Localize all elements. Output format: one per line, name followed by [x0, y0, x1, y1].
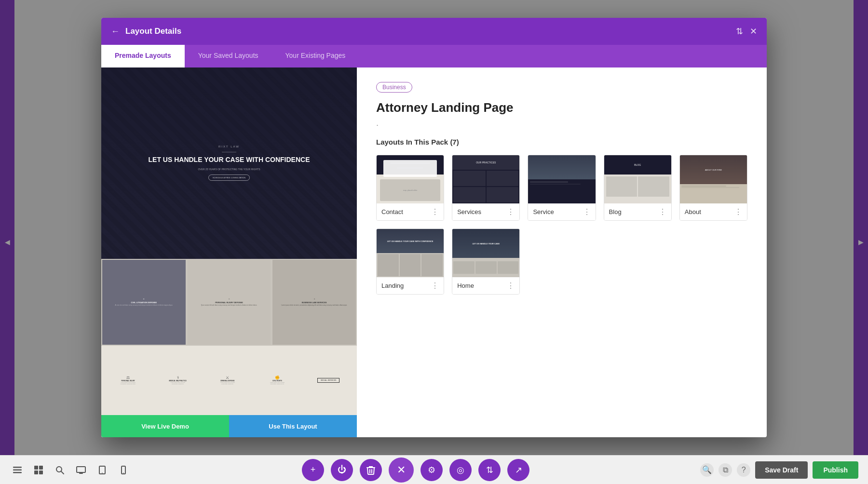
layout-card-footer-service: Service ⋮ — [528, 203, 595, 220]
modal-tabs: Premade Layouts Your Saved Layouts Your … — [101, 45, 767, 67]
preview-hero-cta: SCHEDULE A FREE CONSULTATION — [208, 175, 250, 181]
layout-card-service[interactable]: Service ⋮ — [528, 155, 596, 221]
layout-card-menu-service[interactable]: ⋮ — [583, 207, 591, 216]
modal-header-right: ⇅ ✕ — [736, 26, 757, 37]
save-draft-button[interactable]: Save Draft — [755, 461, 808, 479]
view-live-demo-button[interactable]: View Live Demo — [101, 415, 229, 437]
preview-actions: View Live Demo Use This Layout — [101, 415, 357, 437]
preview-image: RIXT LAW LET US HANDLE YOUR CASE WITH CO… — [101, 67, 357, 415]
layout-card-menu-landing[interactable]: ⋮ — [431, 281, 439, 290]
pack-title: Layouts In This Pack (7) — [376, 138, 747, 146]
sort-icon[interactable]: ⇅ — [736, 26, 743, 37]
tab-premade-layouts[interactable]: Premade Layouts — [101, 45, 185, 67]
toolbar-center: + ⏻ ✕ ⚙ ◎ ⇅ ↗ — [302, 457, 529, 483]
layout-card-menu-blog[interactable]: ⋮ — [659, 207, 666, 216]
modal-body: RIXT LAW LET US HANDLE YOUR CASE WITH CO… — [101, 67, 767, 437]
preview-page: RIXT LAW LET US HANDLE YOUR CASE WITH CO… — [101, 67, 357, 415]
layout-card-thumb-service — [528, 155, 595, 203]
preview-card-1: ✦ CIVIL LITIGATION DEFENSE At vero ets s… — [102, 260, 186, 345]
search-icon[interactable] — [52, 462, 68, 478]
modal-header: ← Layout Details ⇅ ✕ — [101, 18, 767, 45]
svg-rect-5 — [34, 471, 38, 474]
tab-existing-pages[interactable]: Your Existing Pages — [272, 45, 359, 67]
toolbar-left — [10, 462, 131, 478]
svg-rect-3 — [34, 466, 38, 470]
icon-criminal: ⚔ CRIMINAL DEFENSE Lorem ipsum dolor sit… — [218, 376, 237, 385]
tablet-icon[interactable] — [95, 462, 110, 478]
layout-details-modal: ← Layout Details ⇅ ✕ Premade Layouts You… — [101, 18, 767, 437]
preview-icons-row: ⚖ PERSONAL INJURY Lorem ipsum dolor sit … — [101, 346, 357, 415]
trash-button[interactable] — [360, 459, 382, 481]
desktop-icon[interactable] — [73, 462, 89, 478]
modal-title: Layout Details — [125, 27, 181, 36]
svg-point-15 — [123, 472, 123, 473]
preview-cards: ✦ CIVIL LITIGATION DEFENSE At vero ets s… — [101, 259, 357, 346]
card3-title: BUSINESS LAW SERVICES — [302, 301, 327, 304]
layout-card-thumb-blog: BLOG — [604, 155, 671, 203]
layout-card-menu-services[interactable]: ⋮ — [507, 207, 515, 216]
grid-view-icon[interactable] — [31, 462, 46, 478]
svg-rect-6 — [39, 471, 43, 474]
layout-card-footer-home: Home ⋮ — [452, 277, 519, 294]
preview-firm-name: RIXT LAW — [218, 145, 240, 148]
mobile-icon[interactable] — [116, 462, 131, 478]
layout-card-home[interactable]: LET US HANDLE YOUR CASE Home — [452, 229, 520, 295]
hamburger-menu-icon[interactable] — [10, 462, 25, 478]
layout-card-menu-contact[interactable]: ⋮ — [431, 207, 439, 216]
card2-title: PERSONAL INJURY DEFENSE — [215, 301, 243, 304]
see-all-services: SEE ALL SERVICES — [317, 378, 340, 383]
layout-card-landing[interactable]: LET US HANDLE YOUR CASE WITH CONFIDENCE — [376, 229, 444, 295]
target-button[interactable]: ◎ — [449, 459, 472, 481]
svg-rect-4 — [39, 466, 43, 470]
share-button[interactable]: ↗ — [507, 459, 529, 481]
modal-overlay: ← Layout Details ⇅ ✕ Premade Layouts You… — [0, 0, 868, 455]
layout-card-name-about: About — [685, 208, 701, 215]
preview-hero-title: LET US HANDLE YOUR CASE WITH CONFIDENCE — [149, 155, 310, 164]
search-small-icon[interactable]: 🔍 — [700, 463, 714, 477]
add-button[interactable]: + — [302, 459, 324, 481]
layout-card-menu-home[interactable]: ⋮ — [507, 281, 515, 290]
layout-card-footer-landing: Landing ⋮ — [377, 277, 444, 294]
layout-card-footer-services: Services ⋮ — [452, 203, 519, 220]
layout-card-thumb-about: ABOUT OUR FIRM — [680, 155, 747, 203]
icon-medical: ⚕ MEDICAL MALPRACTICE Lorem ipsum dolor … — [168, 376, 188, 385]
svg-line-8 — [61, 471, 64, 474]
layout-card-name-services: Services — [457, 208, 481, 215]
layout-card-footer-contact: Contact ⋮ — [377, 203, 444, 220]
layout-dot: . — [376, 118, 747, 128]
layout-card-services[interactable]: OUR PRACTICES Serv — [452, 155, 520, 221]
close-x-button[interactable]: ✕ — [389, 457, 414, 483]
card1-text: At vero ets sed diam nomy nonumy mod tem… — [115, 305, 173, 307]
svg-rect-9 — [77, 467, 85, 472]
layouts-grid-row2: LET US HANDLE YOUR CASE WITH CONFIDENCE — [376, 229, 747, 295]
preview-card-2: ✦ PERSONAL INJURY DEFENSE Quis nostrud e… — [188, 260, 271, 345]
layout-card-blog[interactable]: BLOG Blog ⋮ — [604, 155, 672, 221]
tab-saved-layouts[interactable]: Your Saved Layouts — [185, 45, 272, 67]
layout-title: Attorney Landing Page — [376, 100, 747, 115]
right-panel: Business Attorney Landing Page . Layouts… — [357, 67, 767, 437]
preview-hero: RIXT LAW LET US HANDLE YOUR CASE WITH CO… — [101, 67, 357, 259]
layout-card-thumb-home: LET US HANDLE YOUR CASE — [452, 229, 519, 277]
layout-card-name-home: Home — [457, 282, 474, 289]
layout-card-footer-blog: Blog ⋮ — [604, 203, 671, 220]
layout-card-menu-about[interactable]: ⋮ — [734, 207, 742, 216]
publish-button[interactable]: Publish — [813, 461, 858, 479]
layout-card-about[interactable]: ABOUT OUR FIRM About ⋮ — [679, 155, 747, 221]
icon-personal-injury: ⚖ PERSONAL INJURY Lorem ipsum dolor sit … — [119, 376, 138, 385]
sliders-button[interactable]: ⇅ — [478, 459, 501, 481]
layout-card-contact[interactable]: map placeholder Contact ⋮ — [376, 155, 444, 221]
use-this-layout-button[interactable]: Use This Layout — [229, 415, 357, 437]
layouts-grid-row1: map placeholder Contact ⋮ — [376, 155, 747, 221]
back-icon[interactable]: ← — [111, 27, 120, 37]
layout-card-name-service: Service — [533, 208, 554, 215]
layout-card-name-contact: Contact — [381, 208, 403, 215]
help-icon[interactable]: ? — [737, 463, 750, 477]
power-button[interactable]: ⏻ — [331, 459, 353, 481]
settings-button[interactable]: ⚙ — [420, 459, 443, 481]
preview-card-3: ✦ BUSINESS LAW SERVICES Lorem ipsum dolo… — [272, 260, 356, 345]
layout-card-thumb-contact: map placeholder — [377, 155, 444, 203]
close-icon[interactable]: ✕ — [750, 26, 757, 37]
toolbar-right: 🔍 ⧉ ? Save Draft Publish — [700, 461, 858, 479]
layers-icon[interactable]: ⧉ — [719, 463, 732, 477]
layout-card-footer-about: About ⋮ — [680, 203, 747, 220]
